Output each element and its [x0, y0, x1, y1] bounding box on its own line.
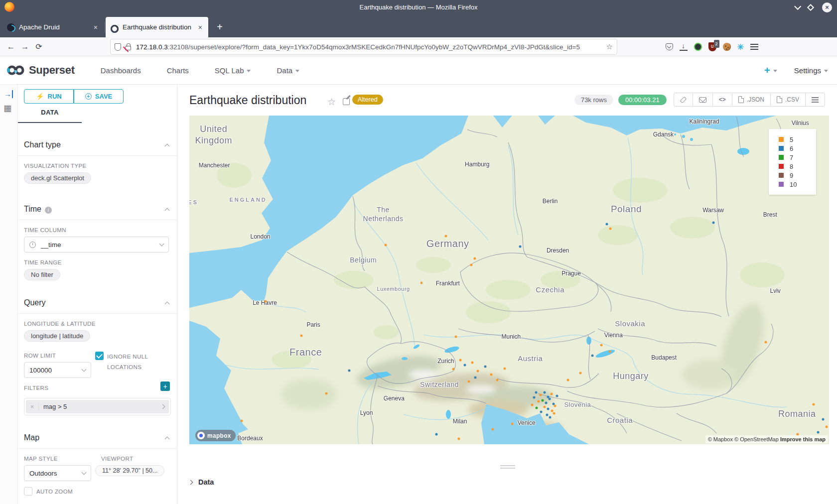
pinwheel-extension-icon[interactable]: ✳ — [737, 42, 744, 52]
mapbox-logo[interactable]: mapbox — [195, 430, 236, 441]
legend-item-5[interactable]: 5 — [779, 135, 811, 144]
data-section-toggle[interactable]: Data — [189, 478, 214, 486]
window-close-icon[interactable]: × — [822, 2, 832, 12]
legend-item-7[interactable]: 7 — [779, 153, 811, 162]
lonlat-value[interactable]: longitude | latitude — [24, 330, 90, 342]
downloads-icon[interactable]: ↓ — [680, 43, 688, 51]
map-attribution: © Mapbox © OpenStreetMap Improve this ma… — [705, 435, 828, 443]
url-bar[interactable]: 172.18.0.3:32108/superset/explore/?form_… — [111, 39, 617, 54]
results-panel: Data — [178, 444, 837, 504]
brand-name[interactable]: Superset — [29, 64, 75, 77]
email-icon — [699, 97, 706, 103]
insecure-lock-icon[interactable] — [125, 46, 131, 50]
section-title: Timei — [24, 205, 52, 214]
row-count-badge: 73k rows — [574, 95, 613, 105]
legend-item-8[interactable]: 8 — [779, 162, 811, 171]
email-button[interactable] — [693, 93, 713, 106]
export-json-button[interactable]: .JSON — [732, 93, 771, 106]
earthquake-point — [385, 244, 387, 247]
tab-close-icon[interactable]: × — [93, 23, 99, 31]
favorite-star-icon[interactable]: ☆ — [327, 96, 336, 108]
save-button[interactable]: +SAVE — [74, 89, 124, 104]
file-icon — [777, 96, 782, 103]
section-time[interactable]: Timei — [18, 205, 177, 220]
legend-item-9[interactable]: 9 — [779, 171, 811, 180]
remove-filter-icon[interactable]: × — [26, 403, 39, 410]
earthquake-point — [484, 366, 487, 368]
expand-panel-icon[interactable]: → — [4, 90, 13, 98]
chevron-right-icon — [160, 404, 165, 409]
tab-data[interactable]: DATA — [18, 109, 82, 123]
window-maximize-icon[interactable] — [807, 3, 814, 10]
osm-attribution-link[interactable]: © OpenStreetMap — [734, 436, 779, 442]
filter-item[interactable]: × mag > 5 — [26, 400, 169, 413]
nav-dashboards[interactable]: Dashboards — [101, 66, 141, 75]
nav-sql-lab[interactable]: SQL Lab — [215, 66, 251, 75]
legend-item-10[interactable]: 10 — [779, 180, 811, 189]
row-limit-select[interactable]: 100000 — [24, 362, 91, 378]
ublock-shield-icon[interactable]: u2 — [708, 42, 716, 51]
map-style-select[interactable]: Outdoors — [24, 465, 91, 481]
earthquake-point — [444, 235, 447, 238]
nav-data[interactable]: Data — [277, 66, 299, 75]
chevron-down-icon — [159, 242, 164, 247]
window-minimize-icon[interactable] — [794, 2, 801, 9]
tracking-protection-shield-icon[interactable] — [115, 43, 121, 51]
legend-item-6[interactable]: 6 — [779, 144, 811, 153]
viz-type-value[interactable]: deck.gl Scatterplot — [24, 172, 91, 184]
chevron-down-icon — [247, 70, 251, 72]
window-titlebar: Earthquake distribution — Mozilla Firefo… — [0, 0, 837, 14]
query-timer-badge: 00:00:03.21 — [618, 95, 667, 105]
map-style-value: Outdoors — [29, 470, 57, 477]
time-range-value[interactable]: No filter — [24, 269, 60, 280]
mapbox-attribution-link[interactable]: © Mapbox — [708, 436, 733, 442]
cookie-extension-icon[interactable] — [723, 43, 731, 51]
time-range-label: TIME RANGE — [24, 259, 177, 265]
section-query[interactable]: Query — [18, 298, 177, 313]
window-title: Earthquake distribution — Mozilla Firefo… — [0, 3, 837, 11]
copy-link-button[interactable] — [674, 93, 693, 106]
chart-menu-button[interactable] — [806, 93, 825, 106]
tab-earthquake-distribution[interactable]: Earthquake distribution × — [106, 17, 208, 37]
improve-map-link[interactable]: Improve this map — [780, 436, 826, 442]
run-button[interactable]: ⚡RUN — [24, 89, 74, 104]
tab-label: Apache Druid — [19, 23, 60, 31]
nav-charts[interactable]: Charts — [167, 66, 189, 75]
earthquake-point — [549, 416, 552, 418]
ignore-null-checkbox[interactable] — [95, 352, 104, 360]
pocket-icon[interactable] — [666, 43, 673, 50]
section-title: Query — [24, 298, 46, 307]
panel-drag-handle[interactable] — [500, 465, 515, 466]
firefox-menu-icon[interactable] — [750, 44, 758, 45]
deckgl-scatterplot-map[interactable]: United KingdomGermanyFrancePolandHungary… — [189, 116, 829, 444]
edit-properties-icon[interactable] — [343, 98, 350, 105]
new-tab-button[interactable]: + — [212, 19, 227, 34]
section-map[interactable]: Map — [18, 433, 177, 448]
url-text[interactable]: 172.18.0.3:32108/superset/explore/?form_… — [136, 43, 603, 51]
earthquake-point — [548, 397, 551, 400]
legend-label: 9 — [790, 172, 793, 179]
forward-button[interactable]: → — [18, 40, 32, 54]
reload-button[interactable]: ⟳ — [32, 40, 46, 54]
nav-data-label: Data — [277, 66, 292, 75]
chevron-down-icon — [82, 470, 87, 475]
map-style-label: MAP STYLE — [24, 456, 95, 462]
add-filter-button[interactable]: + — [160, 381, 170, 391]
bookmark-star-icon[interactable]: ☆ — [603, 42, 613, 51]
tab-apache-druid[interactable]: Apache Druid × — [2, 17, 104, 37]
auto-zoom-checkbox[interactable] — [24, 487, 32, 496]
extension-green-icon[interactable] — [694, 43, 702, 51]
time-column-select[interactable]: __time — [24, 237, 169, 252]
earthquake-point — [554, 405, 557, 407]
embed-code-button[interactable]: <> — [713, 93, 732, 106]
chevron-down-icon — [295, 70, 299, 72]
ignore-null-label: IGNORE NULL — [107, 352, 148, 362]
tab-close-icon[interactable]: × — [197, 23, 203, 31]
dataset-grid-icon[interactable]: ▦ — [3, 105, 11, 113]
settings-menu[interactable]: Settings — [794, 66, 828, 75]
new-item-button[interactable]: + — [764, 65, 777, 76]
section-chart-type[interactable]: Chart type — [18, 140, 177, 155]
viewport-value[interactable]: 11° 28' 29.70" | 50... — [95, 465, 164, 476]
export-csv-button[interactable]: .CSV — [771, 93, 806, 106]
back-button[interactable]: ← — [4, 40, 18, 54]
